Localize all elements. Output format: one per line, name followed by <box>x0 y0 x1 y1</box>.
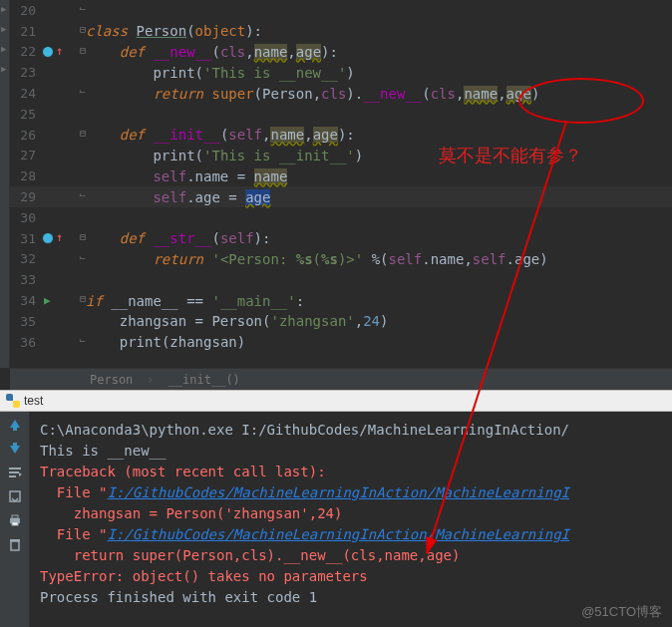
run-icon[interactable]: ▶ <box>44 294 51 307</box>
gutter <box>42 104 86 125</box>
code-text: print('This is __new__') <box>86 65 672 81</box>
line-number: 26 <box>10 128 42 143</box>
gutter: ▶⊟ <box>42 290 86 311</box>
code-line[interactable]: 22↑⊟ def __new__(cls,name,age): <box>10 42 672 63</box>
code-text: def __str__(self): <box>86 230 672 246</box>
code-line[interactable]: 24⌐ return super(Person,cls).__new__(cls… <box>10 83 672 104</box>
fold-start-icon[interactable]: ⊟ <box>80 25 86 35</box>
svg-rect-5 <box>12 515 18 518</box>
console-line: C:\Anaconda3\python.exe I:/GithubCodes/M… <box>40 420 662 441</box>
chevron-right-icon[interactable]: ▶ <box>1 24 6 34</box>
chevron-right-icon[interactable]: ▶ <box>1 4 6 14</box>
line-number: 36 <box>10 335 42 350</box>
line-number: 27 <box>10 148 42 162</box>
code-line[interactable]: 35 zhangsan = Person('zhangsan',24) <box>10 311 672 332</box>
code-text: zhangsan = Person('zhangsan',24) <box>86 313 672 329</box>
console-line: TypeError: object() takes no parameters <box>40 566 662 587</box>
chevron-right-icon: › <box>147 373 154 387</box>
code-line[interactable]: 20⌐ <box>10 0 672 21</box>
trash-icon[interactable] <box>6 535 24 553</box>
code-line[interactable]: 29⌐ self.age = age <box>10 186 672 207</box>
code-text: self.age = age <box>86 189 672 205</box>
svg-rect-0 <box>9 468 21 470</box>
fold-start-icon[interactable]: ⊟ <box>80 129 86 139</box>
code-line[interactable]: 33 <box>10 269 672 290</box>
code-line[interactable]: 26⊟ def __init__(self,name,age): <box>10 125 672 146</box>
console-line: File "I:/GithubCodes/MachineLearningInAc… <box>40 524 662 545</box>
traceback-link[interactable]: I:/GithubCodes/MachineLearningInAction/M… <box>107 526 569 542</box>
print-icon[interactable] <box>6 511 24 529</box>
line-number: 21 <box>10 24 42 39</box>
gutter: ⊟ <box>42 125 86 146</box>
line-number: 32 <box>10 251 42 266</box>
gutter <box>42 165 86 186</box>
code-line[interactable]: 23 print('This is __new__') <box>10 62 672 83</box>
line-number: 25 <box>10 107 42 122</box>
traceback-link[interactable]: I:/GithubCodes/MachineLearningInAction/M… <box>107 484 569 500</box>
override-icon[interactable] <box>42 46 54 58</box>
gutter <box>42 311 86 332</box>
override-icon[interactable] <box>42 232 54 244</box>
breadcrumb-method[interactable]: __init__() <box>168 373 240 387</box>
breadcrumb-class[interactable]: Person <box>90 373 133 387</box>
chevron-right-icon[interactable]: ▶ <box>1 44 6 54</box>
line-number: 33 <box>10 272 42 287</box>
gutter: ↑⊟ <box>42 42 86 63</box>
wrap-icon[interactable] <box>6 464 24 481</box>
code-line[interactable]: 21⊟class Person(object): <box>10 21 672 42</box>
arrow-down-icon[interactable] <box>6 440 24 458</box>
console-output[interactable]: C:\Anaconda3\python.exe I:/GithubCodes/M… <box>30 412 672 627</box>
gutter: ⌐ <box>42 249 86 270</box>
fold-start-icon[interactable]: ⊟ <box>80 294 86 304</box>
chevron-right-icon[interactable]: ▶ <box>1 64 6 74</box>
gutter <box>42 207 86 228</box>
code-line[interactable]: 31↑⊟ def __str__(self): <box>10 228 672 249</box>
svg-rect-8 <box>10 539 20 541</box>
code-text: class Person(object): <box>86 23 672 39</box>
editor-left-gutter: ▶ ▶ ▶ ▶ <box>0 0 10 368</box>
arrow-up-icon: ↑ <box>56 44 63 58</box>
line-number: 22 <box>10 44 42 59</box>
arrow-up-icon[interactable] <box>6 416 24 434</box>
run-tab-bar: test <box>0 390 672 412</box>
svg-rect-3 <box>10 491 20 501</box>
line-number: 24 <box>10 86 42 101</box>
fold-end-icon[interactable]: ⌐ <box>80 190 86 200</box>
breadcrumb: Person › __init__() <box>10 368 672 390</box>
code-line[interactable]: 32⌐ return '<Person: %s(%s)>' %(self.nam… <box>10 249 672 270</box>
console-line: Process finished with exit code 1 <box>40 587 662 608</box>
code-text: def __init__(self,name,age): <box>86 127 672 143</box>
code-line[interactable]: 36⌐ print(zhangsan) <box>10 332 672 353</box>
code-editor[interactable]: 20⌐21⊟class Person(object):22↑⊟ def __ne… <box>10 0 672 368</box>
gutter: ↑⊟ <box>42 228 86 249</box>
run-tab-label[interactable]: test <box>24 394 43 408</box>
code-line[interactable]: 34▶⊟if __name__ == '__main__': <box>10 290 672 311</box>
python-icon <box>6 394 20 408</box>
fold-start-icon[interactable]: ⊟ <box>80 232 86 242</box>
console-line: Traceback (most recent call last): <box>40 462 662 482</box>
code-text: print('This is __init__') <box>86 148 672 163</box>
line-number: 20 <box>10 3 42 18</box>
code-line[interactable]: 30 <box>10 207 672 228</box>
gutter: ⌐ <box>42 186 86 207</box>
arrow-up-icon: ↑ <box>56 230 63 244</box>
fold-end-icon[interactable]: ⌐ <box>80 336 86 346</box>
console-line: zhangsan = Person('zhangsan',24) <box>40 503 662 524</box>
fold-end-icon[interactable]: ⌐ <box>80 87 86 97</box>
watermark: @51CTO博客 <box>581 603 662 621</box>
fold-end-icon[interactable]: ⌐ <box>80 253 86 263</box>
console-line: File "I:/GithubCodes/MachineLearningInAc… <box>40 482 662 503</box>
gutter <box>42 62 86 83</box>
console-line: return super(Person,cls).__new__(cls,nam… <box>40 545 662 566</box>
code-line[interactable]: 27 print('This is __init__') <box>10 146 672 166</box>
fold-start-icon[interactable]: ⊟ <box>80 46 86 56</box>
fold-end-icon[interactable]: ⌐ <box>80 4 86 14</box>
code-line[interactable]: 25 <box>10 104 672 125</box>
line-number: 35 <box>10 314 42 329</box>
svg-rect-1 <box>9 471 19 473</box>
scroll-icon[interactable] <box>6 487 24 505</box>
code-text: print(zhangsan) <box>86 334 672 350</box>
gutter: ⌐ <box>42 332 86 353</box>
code-line[interactable]: 28 self.name = name <box>10 165 672 186</box>
code-text: return super(Person,cls).__new__(cls,nam… <box>86 86 672 102</box>
